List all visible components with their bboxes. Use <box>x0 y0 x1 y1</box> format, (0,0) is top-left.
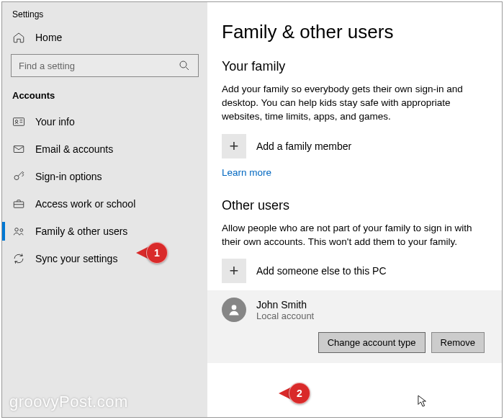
add-family-row[interactable]: + Add a family member <box>222 134 485 158</box>
svg-line-1 <box>186 67 189 70</box>
id-card-icon <box>12 115 25 128</box>
nav-label: Family & other users <box>35 225 127 237</box>
category-heading: Accounts <box>2 87 207 108</box>
search-box[interactable] <box>11 54 199 77</box>
user-entry[interactable]: John Smith Local account Change account … <box>207 290 502 363</box>
mail-icon <box>12 143 25 156</box>
nav-work[interactable]: Access work or school <box>2 190 207 218</box>
sidebar: Settings Home Accounts Your info Email <box>2 2 207 417</box>
user-name: John Smith <box>256 299 314 310</box>
add-family-label: Add a family member <box>256 140 351 152</box>
sync-icon <box>12 252 25 265</box>
main-panel: Family & other users Your family Add you… <box>207 2 502 417</box>
svg-point-0 <box>180 61 186 68</box>
search-input[interactable] <box>19 61 178 71</box>
remove-button[interactable]: Remove <box>431 332 485 353</box>
nav-label: Your info <box>35 116 75 128</box>
svg-rect-2 <box>14 118 24 126</box>
nav-signin[interactable]: Sign-in options <box>2 163 207 190</box>
key-icon <box>12 170 25 183</box>
user-type: Local account <box>256 310 314 321</box>
add-other-row[interactable]: + Add someone else to this PC <box>222 259 485 283</box>
people-icon <box>12 225 25 238</box>
svg-point-11 <box>20 229 23 232</box>
nav-label: Sign-in options <box>35 171 102 182</box>
change-account-type-button[interactable]: Change account type <box>318 332 426 353</box>
plus-icon: + <box>222 134 246 158</box>
nav-label: Access work or school <box>35 198 135 210</box>
nav-sync[interactable]: Sync your settings <box>2 245 207 272</box>
other-desc: Allow people who are not part of your fa… <box>222 222 485 249</box>
family-heading: Your family <box>222 59 485 74</box>
mouse-cursor-icon <box>418 395 428 411</box>
nav-home-label: Home <box>35 32 62 43</box>
learn-more-link[interactable]: Learn more <box>222 167 271 178</box>
home-icon <box>12 31 25 44</box>
briefcase-icon <box>12 197 25 210</box>
svg-point-10 <box>15 228 19 232</box>
svg-point-12 <box>232 305 237 310</box>
svg-point-3 <box>15 120 17 122</box>
nav-your-info[interactable]: Your info <box>2 108 207 135</box>
nav-email[interactable]: Email & accounts <box>2 135 207 163</box>
avatar-icon <box>222 298 246 322</box>
nav-label: Email & accounts <box>35 143 113 155</box>
nav-home[interactable]: Home <box>2 24 207 51</box>
other-heading: Other users <box>222 198 485 213</box>
page-title: Family & other users <box>222 21 485 43</box>
svg-point-7 <box>14 176 19 180</box>
family-desc: Add your family so everybody gets their … <box>222 83 485 124</box>
plus-icon: + <box>222 259 246 283</box>
add-other-label: Add someone else to this PC <box>256 265 387 277</box>
svg-rect-6 <box>14 146 24 153</box>
search-icon <box>178 59 191 72</box>
nav-label: Sync your settings <box>35 253 117 264</box>
nav-family[interactable]: Family & other users <box>2 218 207 245</box>
settings-title: Settings <box>2 2 207 24</box>
